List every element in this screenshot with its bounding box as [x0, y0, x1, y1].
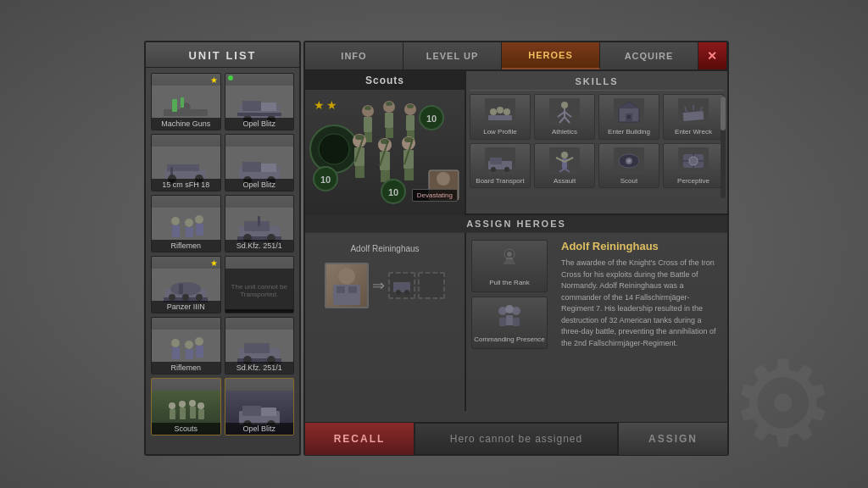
skill-icon-perceptive	[678, 147, 709, 175]
tab-level-up[interactable]: LEVEL UP	[403, 42, 502, 69]
unit-card-panzer[interactable]: ★ Panzer IIIN	[151, 256, 221, 313]
svg-point-149	[505, 305, 514, 313]
unit-row: ★ Machine Guns Opel Blitz	[151, 73, 294, 130]
unit-row: Riflemen Sd.Kfz. 251/1	[151, 317, 294, 374]
unit-card-label: Sd.Kfz. 251/1	[225, 240, 294, 252]
skill-board-transport[interactable]: Board Transport	[470, 143, 531, 189]
svg-point-53	[179, 401, 186, 408]
heroes-top: Scouts ★ ★ 10	[305, 71, 727, 215]
assign-arrow-icon: ⇒	[372, 276, 385, 295]
svg-point-42	[185, 341, 193, 349]
unit-card-opel-blitz-3[interactable]: Opel Blitz	[225, 378, 295, 435]
star-badge: ★ ★	[314, 98, 337, 112]
skill-enter-building[interactable]: Enter Building	[598, 94, 659, 140]
svg-rect-125	[562, 158, 567, 169]
svg-point-65	[319, 134, 349, 164]
unit-card-riflemen-1[interactable]: Riflemen	[151, 195, 221, 252]
svg-point-21	[171, 217, 180, 225]
svg-rect-121	[490, 158, 502, 164]
svg-rect-78	[406, 115, 415, 130]
svg-rect-47	[244, 343, 270, 353]
tab-info[interactable]: INFO	[305, 42, 403, 69]
skill-scout[interactable]: Scout	[598, 143, 659, 189]
svg-point-38	[182, 294, 189, 301]
svg-point-100	[437, 172, 450, 186]
svg-point-57	[198, 402, 204, 409]
svg-rect-73	[386, 102, 392, 106]
assign-heroes-title: ASSIGN HEROES	[305, 215, 727, 233]
unit-card-label: Riflemen	[152, 362, 220, 374]
unit-card-label: Scouts	[152, 423, 220, 435]
recall-button[interactable]: RECALL	[305, 423, 415, 455]
svg-point-34	[170, 282, 201, 296]
svg-rect-4	[181, 97, 184, 108]
hero-portrait[interactable]	[325, 263, 369, 308]
svg-point-143	[404, 290, 409, 295]
unit-card-15cm[interactable]: 15 cm sFH 18	[151, 134, 221, 191]
assign-button[interactable]: ASSIGN	[617, 423, 727, 455]
svg-line-111	[565, 117, 570, 123]
skill-label: Enter Building	[608, 128, 650, 136]
svg-rect-54	[180, 408, 186, 419]
svg-rect-10	[237, 113, 281, 116]
skill-label: Board Transport	[476, 177, 524, 186]
skill-assault[interactable]: Assault	[534, 143, 595, 189]
gear-watermark: ⚙	[715, 336, 851, 471]
svg-line-128	[559, 169, 565, 172]
hero-banner: Scouts	[305, 71, 465, 90]
ability-pull-the-rank[interactable]: Pull the Rank	[471, 240, 548, 292]
svg-text:10: 10	[426, 114, 437, 124]
skill-low-profile[interactable]: Low Profile	[470, 94, 531, 140]
unit-card-sdkfz-1[interactable]: Sd.Kfz. 251/1	[225, 195, 295, 252]
status-text: Hero cannot be assigned	[415, 433, 617, 445]
unit-list-title: UNIT LIST	[146, 42, 299, 68]
hero-detail-text: The awardee of the Knight's Cross of the…	[561, 258, 719, 349]
svg-rect-18	[261, 164, 276, 172]
unit-green-dot	[228, 75, 233, 80]
hero-illustration: ★ ★ 10	[305, 90, 465, 208]
skill-label: Low Profile	[483, 128, 517, 136]
skill-icon-low-profile	[485, 98, 515, 125]
svg-rect-152	[506, 315, 513, 325]
svg-rect-77	[407, 104, 414, 108]
skill-athletics[interactable]: Athletics	[534, 94, 595, 140]
svg-point-51	[169, 402, 175, 409]
skill-label: Athletics	[552, 128, 577, 136]
close-button[interactable]: ✕	[698, 42, 727, 69]
unit-card-label: Opel Blitz	[225, 423, 294, 435]
assign-target-slot-2[interactable]	[418, 272, 445, 299]
skill-enter-wreck[interactable]: Enter Wreck	[663, 94, 724, 140]
unit-row-active: Scouts Opel Blitz	[151, 378, 294, 435]
unit-star: ★	[210, 75, 218, 85]
unit-card-label	[225, 309, 294, 313]
svg-text:10: 10	[388, 187, 398, 197]
unit-card-transport-blocked[interactable]: The unit cannot be Transported.	[225, 256, 295, 313]
skill-perceptive[interactable]: Perceptive	[663, 143, 724, 189]
unit-card-machine-guns[interactable]: ★ Machine Guns	[151, 73, 221, 130]
skills-area: SKILLS Low Profile Athletics	[466, 71, 727, 214]
svg-rect-74	[385, 113, 393, 128]
commanding-presence-icon	[494, 302, 525, 333]
ability-commanding-presence[interactable]: Commanding Presence	[471, 297, 548, 349]
skill-icon-athletics	[549, 98, 580, 125]
svg-rect-70	[364, 117, 372, 132]
unit-card-riflemen-2[interactable]: Riflemen	[151, 317, 221, 374]
unit-card-scouts[interactable]: Scouts	[151, 378, 221, 435]
unit-card-sdkfz-2[interactable]: Sd.Kfz. 251/1	[225, 317, 295, 374]
tab-acquire[interactable]: ACQUIRE	[600, 42, 698, 69]
svg-rect-28	[244, 221, 270, 231]
svg-line-110	[559, 117, 565, 123]
unit-card-label: Opel Blitz	[225, 118, 294, 130]
svg-rect-41	[172, 347, 180, 359]
svg-point-104	[497, 107, 504, 114]
skills-scrollbar[interactable]	[721, 97, 726, 198]
svg-point-136	[689, 157, 698, 165]
assign-target-slot-1[interactable]	[388, 272, 415, 299]
tab-heroes[interactable]: HEROES	[502, 42, 600, 69]
svg-rect-17	[242, 162, 261, 172]
unit-card-opel-blitz-2[interactable]: Opel Blitz	[225, 134, 295, 191]
svg-point-124	[561, 152, 568, 158]
unit-list-content: ★ Machine Guns Opel Blitz 15 cm sFH 18	[146, 68, 299, 441]
hero-slot-area: Adolf Reininghaus ⇒	[305, 233, 466, 411]
unit-card-opel-blitz-1[interactable]: Opel Blitz	[225, 73, 295, 130]
